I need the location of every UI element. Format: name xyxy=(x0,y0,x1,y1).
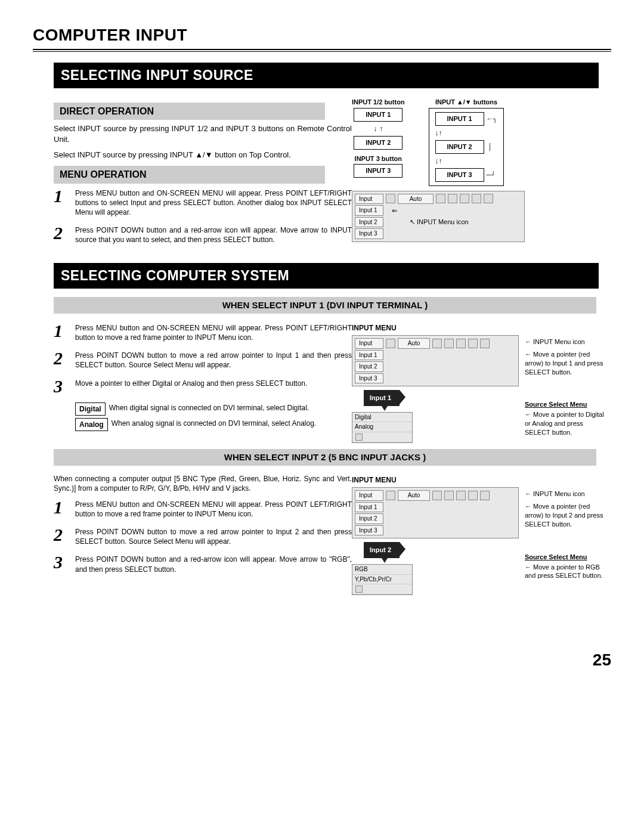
step-text: Press MENU button and ON-SCREEN MENU wil… xyxy=(75,322,352,342)
diagram-box-input1: INPUT 1 xyxy=(435,112,484,126)
subheading-dvi: WHEN SELECT INPUT 1 (DVI INPUT TERMINAL … xyxy=(54,297,596,314)
step-number: 2 xyxy=(54,526,75,544)
diagram-box-input3: INPUT 3 xyxy=(435,168,484,182)
osd-item: Y,Pb/Cb,Pr/Cr xyxy=(352,575,412,585)
osd-heading: INPUT MENU xyxy=(352,475,608,485)
step-text: Press MENU button and ON-SCREEN MENU wil… xyxy=(75,187,352,218)
page-title: COMPUTER INPUT xyxy=(33,24,611,47)
page-number: 25 xyxy=(33,649,611,671)
step-text: Press POINT DOWN button and a red-arrow … xyxy=(75,553,352,574)
rule-thin xyxy=(33,51,611,52)
osd-note: ← Move a pointer to Digital or Analog an… xyxy=(525,410,608,437)
step-item: 1 Press MENU button and ON-SCREEN MENU w… xyxy=(54,322,352,342)
osd-item: Input 3 xyxy=(355,525,383,536)
osd-note: ↖ INPUT Menu icon xyxy=(410,218,493,227)
osd-item: Input 3 xyxy=(355,373,383,384)
back-icon xyxy=(355,433,363,441)
menu-icon xyxy=(444,491,454,500)
osd-item: Input 2 xyxy=(355,217,383,228)
label-analog: Analog xyxy=(75,418,108,431)
label-digital: Digital xyxy=(75,402,106,416)
step-text: Press MENU button and ON-SCREEN MENU wil… xyxy=(75,498,352,519)
menu-icon xyxy=(432,339,442,348)
step-text: Press POINT DOWN button and a red-arrow … xyxy=(75,224,352,244)
step-number: 1 xyxy=(54,322,75,340)
osd-title: Input xyxy=(355,490,383,501)
menu-icon xyxy=(456,491,466,500)
osd-input-menu: Input Input 1 Input 2 Input 3 Auto xyxy=(352,191,525,242)
diagram-box-input2: INPUT 2 xyxy=(435,140,484,154)
osd-note: ← Move a pointer to RGB and press SELECT… xyxy=(525,563,608,581)
step-text: Press POINT DOWN button to move a red ar… xyxy=(75,526,352,546)
step-number: 1 xyxy=(54,187,75,205)
diagram-box-input1: INPUT 1 xyxy=(354,108,402,122)
subheading-bnc: WHEN SELECT INPUT 2 (5 BNC INPUT JACKS ) xyxy=(54,449,596,466)
osd-item: Digital xyxy=(352,413,412,423)
menu-icon xyxy=(480,339,490,348)
step-number: 1 xyxy=(54,498,75,516)
osd-input-menu: Input Input 1 Input 2 Input 3 Auto xyxy=(352,487,519,538)
osd-item: Analog xyxy=(352,422,412,432)
step-number: 2 xyxy=(54,349,75,367)
osd-note: ← INPUT Menu icon xyxy=(525,490,608,498)
paragraph: Select INPUT source by pressing INPUT 1/… xyxy=(54,123,352,144)
diagram-label: INPUT 1/2 button xyxy=(352,98,405,107)
osd-item: Input 3 xyxy=(355,228,383,239)
section-bar-input-source: SELECTING INPUT SOURCE xyxy=(54,63,599,88)
menu-icon xyxy=(444,339,454,348)
menu-icon xyxy=(432,491,442,500)
menu-icon xyxy=(468,491,478,500)
step-number: 3 xyxy=(54,377,75,395)
menu-icon xyxy=(468,339,478,348)
menu-icon xyxy=(386,194,395,203)
subheading-direct-operation: DIRECT OPERATION xyxy=(54,103,325,120)
step-item: 1 Press MENU button and ON-SCREEN MENU w… xyxy=(54,187,352,218)
arrow-icon: │ xyxy=(487,143,493,151)
osd-item: Input 2 xyxy=(355,513,383,524)
osd-title: Input xyxy=(355,194,383,205)
menu-icon xyxy=(386,491,395,500)
step-item: 1 Press MENU button and ON-SCREEN MENU w… xyxy=(54,498,352,519)
step-item: 2 Press POINT DOWN button to move a red … xyxy=(54,526,352,546)
arrow-icon: ⇐ xyxy=(392,207,397,214)
step-text: Move a pointer to either Digital or Anal… xyxy=(75,377,307,388)
step-item: 2 Press POINT DOWN button to move a red … xyxy=(54,349,352,370)
section-bar-computer-system: SELECTING COMPUTER SYSTEM xyxy=(54,263,599,289)
osd-tag-input1: Input 1 xyxy=(364,390,400,406)
arrow-icon: ←┐ xyxy=(487,114,498,123)
osd-subtitle: Source Select Menu xyxy=(525,400,608,409)
osd-note: ← Move a pointer (red arrow) to Input 2 … xyxy=(525,502,608,529)
desc-analog: When analog signal is connected on DVI t… xyxy=(112,418,317,428)
diagram-box-input2: INPUT 2 xyxy=(354,136,402,150)
osd-item: Input 1 xyxy=(355,205,383,216)
osd-item: Input 1 xyxy=(355,502,383,513)
osd-note: ← INPUT Menu icon xyxy=(525,337,608,346)
osd-item: Input 1 xyxy=(355,350,383,361)
step-item: 3 Press POINT DOWN button and a red-arro… xyxy=(54,553,352,574)
arrow-icon: ─┘ xyxy=(487,171,496,179)
menu-icon xyxy=(480,491,490,500)
back-icon xyxy=(355,586,363,593)
menu-icon xyxy=(484,194,493,203)
osd-item: RGB xyxy=(352,565,412,575)
osd-source-select: Digital Analog xyxy=(352,412,413,443)
osd-source-select: RGB Y,Pb/Cb,Pr/Cr xyxy=(352,564,413,595)
diagram-label: INPUT ▲/▼ buttons xyxy=(429,98,504,107)
step-number: 2 xyxy=(54,224,75,242)
desc-digital: When digital signal is connected on DVI … xyxy=(109,402,309,413)
menu-icon xyxy=(456,339,466,348)
osd-auto: Auto xyxy=(398,338,430,349)
paragraph: When connecting a computer output [5 BNC… xyxy=(54,474,352,493)
step-item: 2 Press POINT DOWN button and a red-arro… xyxy=(54,224,352,244)
menu-icon xyxy=(448,194,457,203)
osd-heading: INPUT MENU xyxy=(352,323,608,333)
diagram-box-input3: INPUT 3 xyxy=(354,164,402,178)
menu-icon xyxy=(436,194,445,203)
osd-title: Input xyxy=(355,338,383,349)
step-number: 3 xyxy=(54,553,75,571)
osd-input-menu: Input Input 1 Input 2 Input 3 Auto xyxy=(352,335,519,386)
menu-icon xyxy=(472,194,481,203)
osd-item: Input 2 xyxy=(355,361,383,372)
osd-subtitle: Source Select Menu xyxy=(525,553,608,562)
diagram-label: INPUT 3 button xyxy=(352,154,405,163)
